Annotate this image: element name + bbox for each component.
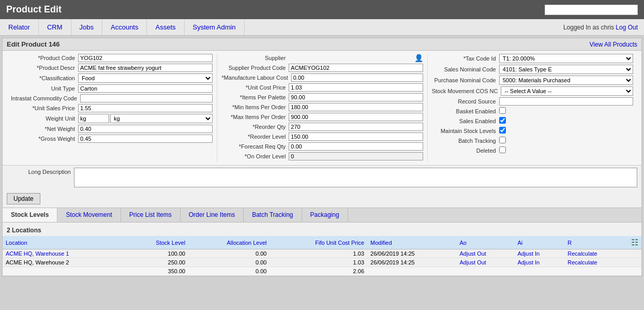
purchase-nominal-code-label: Purchase Nominal Code [432,77,499,83]
adjust-in-link-2[interactable]: Adjust In [517,259,540,265]
product-descr-input[interactable] [78,64,213,72]
table-row: ACME HQ, Warehouse 1 100.00 0.00 1.03 26… [3,249,641,258]
sales-enabled-checkbox[interactable] [499,117,506,124]
manufacture-labour-cost-label: *Manufacture Labour Cost [221,75,291,81]
intrastat-input[interactable] [80,94,213,102]
cell-r: Recalculate [564,249,628,258]
col-header-stock-level[interactable]: Stock Level [126,236,189,249]
cell-extra-1 [628,249,641,258]
nav-item-assets[interactable]: Assets [147,19,184,35]
max-items-per-order-label: *Max Items Per Order [221,114,289,120]
supplier-icon: 👤 [414,54,423,62]
cell-totals-fifo: 2.06 [269,267,367,276]
on-order-level-input[interactable] [289,152,423,160]
adjust-in-link-1[interactable]: Adjust In [517,250,540,257]
weight-unit-select[interactable]: kg [110,114,213,123]
update-button[interactable]: Update [7,193,40,204]
nav-item-system-admin[interactable]: System Admin [185,19,245,35]
deleted-label: Deleted [432,147,499,154]
forecast-req-qty-label: *Forecast Req Qty [221,143,289,150]
product-code-label: *Product Code [11,55,78,61]
net-weight-label: *Net Weight [11,126,78,132]
col-header-r[interactable]: R [564,236,628,249]
logout-link[interactable]: Log Out [616,24,638,31]
record-source-input[interactable] [499,97,633,106]
col-header-fifo-unit-cost-price[interactable]: Fifo Unit Cost Price [269,236,367,249]
export-icon[interactable]: ☷ [631,238,638,247]
sales-nominal-code-select[interactable]: 4101: Sales Type E [499,65,633,74]
tab-order-line-items[interactable]: Order Line Items [181,208,244,222]
sales-nominal-code-label: Sales Nominal Code [432,66,499,72]
cell-ai: Adjust In [514,249,564,258]
cell-fifo-unit-cost-price: 1.03 [269,258,367,267]
weight-unit-input[interactable] [78,114,109,123]
classification-label: *Classification [11,75,78,81]
tab-price-list-items[interactable]: Price List Items [121,208,181,222]
net-weight-input[interactable] [78,125,213,133]
form-col-1: *Product Code *Product Descr *Classifica… [7,54,217,162]
tab-stock-movement[interactable]: Stock Movement [57,208,121,222]
user-info: Logged In as chris Log Out [557,19,644,35]
batch-tracking-checkbox[interactable] [499,137,506,143]
unit-type-label: Unit Type [11,85,78,92]
location-link-1[interactable]: ACME HQ, Warehouse 1 [6,250,69,257]
cell-totals-stock-level: 350.00 [126,267,189,276]
reorder-qty-input[interactable] [289,123,423,131]
maintain-stock-levels-checkbox[interactable] [499,127,506,134]
maintain-stock-levels-label: Maintain Stock Levels [432,128,499,134]
classification-select[interactable]: Food [78,73,213,83]
purchase-nominal-code-select[interactable]: 5000: Materials Purchased [499,76,633,85]
adjust-out-link-2[interactable]: Adjust Out [460,259,486,265]
items-per-palette-label: *Items Per Palette [221,94,289,100]
unit-cost-price-input[interactable] [289,83,423,92]
cell-ao: Adjust Out [457,249,515,258]
col-header-export: ☷ [628,236,641,249]
col-header-ai[interactable]: Ai [514,236,564,249]
view-all-products-link[interactable]: View All Products [590,41,638,48]
nav-item-jobs[interactable]: Jobs [71,19,102,35]
recalculate-link-1[interactable]: Recalculate [567,250,597,257]
adjust-out-link-1[interactable]: Adjust Out [460,250,486,257]
tab-stock-levels[interactable]: Stock Levels [3,208,57,222]
search-input[interactable] [545,5,638,15]
stock-levels-table: Location Stock Level Allocation Level Fi… [3,236,641,276]
min-items-per-order-input[interactable] [289,103,423,111]
totals-row: 350.00 0.00 2.06 [3,267,641,276]
reorder-level-input[interactable] [289,132,423,141]
col-header-modified[interactable]: Modified [367,236,456,249]
recalculate-link-2[interactable]: Recalculate [567,259,597,265]
tab-packaging[interactable]: Packaging [302,208,348,222]
basket-enabled-checkbox[interactable] [499,107,506,114]
tab-batch-tracking[interactable]: Batch Tracking [244,208,302,222]
supplier-product-code-input[interactable] [289,64,423,72]
sales-enabled-label: Sales Enabled [432,118,499,124]
manufacture-labour-cost-input[interactable] [291,73,423,82]
page-title: Product Edit [6,4,62,15]
nav-links: Relator CRM Jobs Accounts Assets System … [0,19,245,35]
cell-stock-level: 250.00 [126,258,189,267]
nav-item-crm[interactable]: CRM [39,19,71,35]
max-items-per-order-input[interactable] [289,113,423,121]
long-description-textarea[interactable] [74,168,637,187]
cell-modified: 26/06/2019 14:25 [367,258,456,267]
product-code-input[interactable] [78,54,213,62]
unit-type-input[interactable] [78,84,213,93]
forecast-req-qty-input[interactable] [289,142,423,151]
unit-sales-price-label: *Unit Sales Price [11,105,78,111]
form-col-3: *Tax Code Id T1: 20.000% Sales Nominal C… [427,54,637,162]
col-header-allocation-level[interactable]: Allocation Level [188,236,269,249]
items-per-palette-input[interactable] [289,93,423,101]
cell-ao: Adjust Out [457,258,515,267]
unit-sales-price-input[interactable] [78,104,213,112]
nav-item-relator[interactable]: Relator [0,19,39,35]
col-header-ao[interactable]: Ao [457,236,515,249]
deleted-checkbox[interactable] [499,146,506,153]
col-header-location[interactable]: Location [3,236,126,249]
app-header: Product Edit [0,0,644,19]
nav-item-accounts[interactable]: Accounts [102,19,147,35]
cell-stock-level: 100.00 [126,249,189,258]
intrastat-label: Intrastat Commodity Code [11,95,80,101]
gross-weight-input[interactable] [78,135,213,143]
stock-movement-cos-nc-select[interactable]: -- Select A Value -- [501,86,633,96]
tax-code-id-select[interactable]: T1: 20.000% [499,54,633,63]
